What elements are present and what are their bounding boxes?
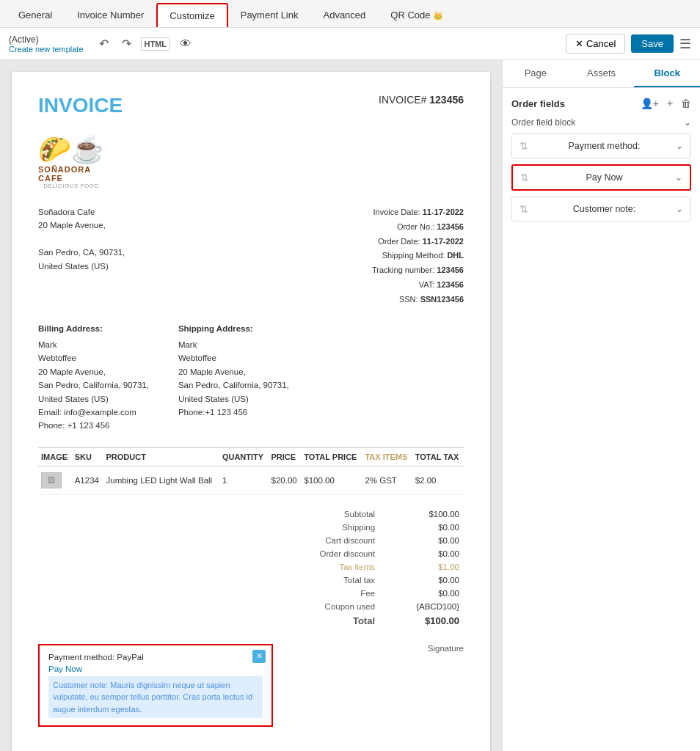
cancel-label: Cancel bbox=[586, 38, 616, 49]
shipping-street: 20 Maple Avenue, bbox=[178, 365, 289, 378]
active-status: (Active) bbox=[9, 34, 39, 45]
tab-invoice-number[interactable]: Invoice Number bbox=[65, 3, 156, 27]
logo-tagline: Delicious Food bbox=[43, 183, 98, 189]
shipping-address: Shipping Address: Mark Webtoffee 20 Mapl… bbox=[178, 322, 289, 433]
col-quantity: QUANTITY bbox=[219, 447, 269, 466]
invoice-number: INVOICE# 123456 bbox=[379, 94, 464, 106]
delete-field-button[interactable]: 🗑 bbox=[681, 97, 691, 110]
invoice-number-value: 123456 bbox=[429, 94, 464, 106]
preview-button[interactable]: 👁 bbox=[176, 36, 195, 52]
field-payment-method-label: Payment method: bbox=[569, 141, 641, 151]
cell-price: $20.00 bbox=[269, 466, 302, 494]
logo-circle: 🌮☕ Soñadora Cafe Delicious Food bbox=[38, 132, 104, 191]
chevron-customer-note: ⌄ bbox=[676, 204, 683, 214]
logo-emoji: 🌮☕ bbox=[38, 134, 104, 165]
field-customer-note-header[interactable]: ⇅ Customer note: ⌄ bbox=[512, 197, 690, 221]
cell-tax-items: 2% GST bbox=[362, 466, 412, 494]
panel-content: Order fields 👤+ ＋ 🗑 Order field block ⌄ … bbox=[503, 88, 700, 236]
redo-button[interactable]: ↷ bbox=[118, 35, 135, 52]
panel-section-icons: 👤+ ＋ 🗑 bbox=[641, 97, 691, 110]
field-pay-now-header[interactable]: ⇅ Pay Now ⌄ bbox=[513, 166, 690, 189]
total-shipping: Shipping$0.00 bbox=[274, 521, 462, 533]
from-name: Soñadora Cafe bbox=[38, 205, 125, 219]
tab-general[interactable]: General bbox=[6, 3, 65, 27]
panel-section-title: Order fields 👤+ ＋ 🗑 bbox=[511, 97, 691, 110]
col-sku: SKU bbox=[72, 447, 103, 466]
billing-company: Webtoffee bbox=[38, 351, 149, 364]
col-total-tax: TOTAL TAX bbox=[412, 447, 464, 466]
cell-product: Jumbing LED Light Wall Ball bbox=[103, 466, 219, 494]
billing-city: San Pedro, California, 90731, bbox=[38, 378, 149, 392]
invoice-meta: Invoice Date: 11-17-2022 Order No.: 1234… bbox=[372, 205, 464, 307]
shipping-name: Mark bbox=[178, 338, 289, 351]
col-total-price: TOTAL PRICE bbox=[301, 447, 362, 466]
invoice-paper: INVOICE INVOICE# 123456 🌮☕ Soñadora Cafe… bbox=[12, 72, 490, 751]
invoice-header: INVOICE INVOICE# 123456 bbox=[38, 94, 464, 117]
undo-button[interactable]: ↶ bbox=[95, 35, 112, 52]
billing-phone: Phone: +1 123 456 bbox=[38, 419, 149, 432]
field-pay-now[interactable]: ⇅ Pay Now ⌄ bbox=[511, 164, 691, 191]
toolbar-right: ✕ Cancel Save ☰ bbox=[566, 34, 691, 54]
meta-invoice-date: Invoice Date: 11-17-2022 bbox=[372, 205, 464, 220]
field-customer-note-label: Customer note: bbox=[573, 204, 635, 214]
total-cart-discount: Cart discount$0.00 bbox=[274, 535, 462, 546]
shipping-phone: Phone:+1 123 456 bbox=[178, 406, 289, 419]
customer-note-text: Customer note: Mauris dignissim neque ut… bbox=[48, 676, 263, 719]
toolbar-icons: ↶ ↷ HTML 👁 bbox=[95, 35, 196, 52]
pay-now-link[interactable]: Pay Now bbox=[48, 664, 263, 673]
hamburger-menu[interactable]: ☰ bbox=[679, 36, 691, 52]
product-table: IMAGE SKU PRODUCT QUANTITY PRICE TOTAL P… bbox=[38, 447, 464, 495]
payment-method-text: Payment method: PayPal bbox=[48, 653, 263, 662]
payment-box-close-button[interactable]: ✕ bbox=[252, 650, 266, 663]
panel-tab-bar: Page Assets Block bbox=[503, 60, 700, 88]
add-user-icon-button[interactable]: 👤+ bbox=[641, 97, 659, 110]
meta-order-no: Order No.: 123456 bbox=[372, 220, 464, 235]
col-price: PRICE bbox=[269, 447, 302, 466]
billing-name: Mark bbox=[38, 338, 149, 351]
order-field-block-chevron[interactable]: ⌄ bbox=[684, 117, 691, 128]
meta-shipping-method: Shipping Method: DHL bbox=[372, 249, 464, 263]
chevron-pay-now: ⌄ bbox=[675, 172, 682, 183]
cell-total-price: $100.00 bbox=[301, 466, 362, 494]
col-image: IMAGE bbox=[38, 447, 72, 466]
tab-advanced[interactable]: Advanced bbox=[310, 3, 378, 27]
toolbar-left: (Active) Create new template ↶ ↷ HTML 👁 bbox=[9, 34, 195, 54]
drag-icon-customer-note: ⇅ bbox=[519, 203, 528, 215]
field-payment-method[interactable]: ⇅ Payment method: ⌄ bbox=[511, 133, 691, 158]
total-coupon: Coupon used{ABCD100} bbox=[274, 601, 462, 612]
create-template-link[interactable]: Create new template bbox=[9, 45, 84, 54]
tab-qr-code[interactable]: QR Code 👑 bbox=[378, 3, 456, 27]
top-tab-bar: General Invoice Number Customize Payment… bbox=[0, 0, 700, 28]
billing-address: Billing Address: Mark Webtoffee 20 Maple… bbox=[38, 322, 149, 433]
field-payment-method-header[interactable]: ⇅ Payment method: ⌄ bbox=[512, 134, 690, 158]
save-button[interactable]: Save bbox=[631, 34, 674, 53]
invoice-area: INVOICE INVOICE# 123456 🌮☕ Soñadora Cafe… bbox=[0, 60, 502, 751]
add-field-button[interactable]: ＋ bbox=[665, 97, 675, 110]
panel-tab-assets[interactable]: Assets bbox=[569, 60, 635, 87]
cell-quantity: 1 bbox=[219, 466, 269, 494]
cell-total-tax: $2.00 bbox=[412, 466, 464, 494]
tab-payment-link[interactable]: Payment Link bbox=[228, 3, 311, 27]
table-row: 🖼 A1234 Jumbing LED Light Wall Ball 1 $2… bbox=[38, 466, 464, 494]
section-title-label: Order fields bbox=[511, 98, 565, 109]
signature-row: Signature bbox=[428, 644, 464, 653]
shipping-city: San Pedro, California, 90731, bbox=[178, 378, 289, 392]
logo-name: Soñadora Cafe bbox=[38, 165, 104, 183]
signature-label: Signature bbox=[428, 644, 464, 653]
html-button[interactable]: HTML bbox=[141, 37, 171, 51]
panel-tab-page[interactable]: Page bbox=[503, 60, 569, 87]
right-panel: Page Assets Block Order fields 👤+ ＋ 🗑 Or… bbox=[502, 60, 700, 751]
drag-icon-payment: ⇅ bbox=[519, 140, 528, 152]
total-tax: Total tax$0.00 bbox=[274, 574, 462, 586]
tab-customize[interactable]: Customize bbox=[156, 3, 227, 27]
field-customer-note[interactable]: ⇅ Customer note: ⌄ bbox=[511, 197, 691, 221]
total-subtotal: Subtotal$100.00 bbox=[274, 508, 462, 520]
panel-tab-block[interactable]: Block bbox=[634, 60, 700, 87]
cancel-x-icon: ✕ bbox=[575, 38, 583, 49]
field-pay-now-label: Pay Now bbox=[586, 172, 622, 183]
from-address: Soñadora Cafe 20 Maple Avenue, San Pedro… bbox=[38, 205, 125, 307]
cancel-button[interactable]: ✕ Cancel bbox=[566, 34, 625, 54]
billing-email: Email: info@example.com bbox=[38, 406, 149, 419]
order-field-block-label: Order field block bbox=[511, 117, 575, 128]
total-tax-items: Tax items$1.00 bbox=[274, 561, 462, 573]
